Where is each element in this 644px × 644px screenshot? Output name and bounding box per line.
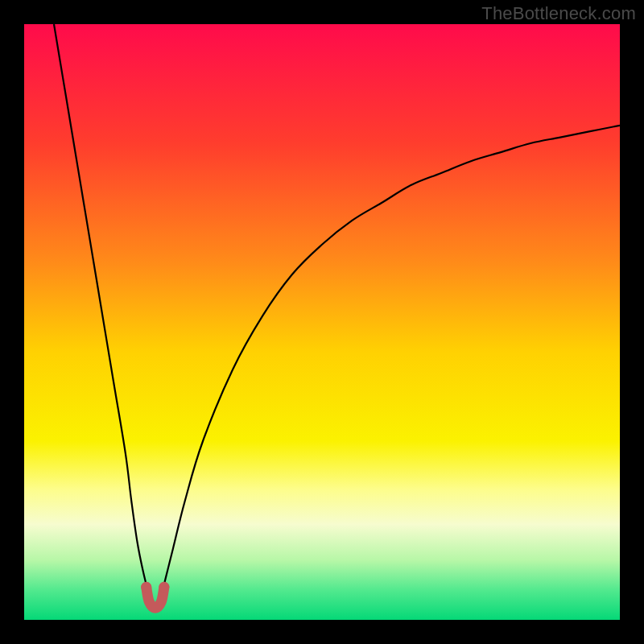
chart-canvas xyxy=(24,24,620,620)
trough-endpoint-left xyxy=(141,582,151,592)
plot-area xyxy=(24,24,620,620)
watermark-label: TheBottleneck.com xyxy=(481,3,636,24)
trough-endpoint-right xyxy=(159,582,169,592)
gradient-background xyxy=(24,24,620,620)
chart-frame: TheBottleneck.com xyxy=(0,0,644,644)
